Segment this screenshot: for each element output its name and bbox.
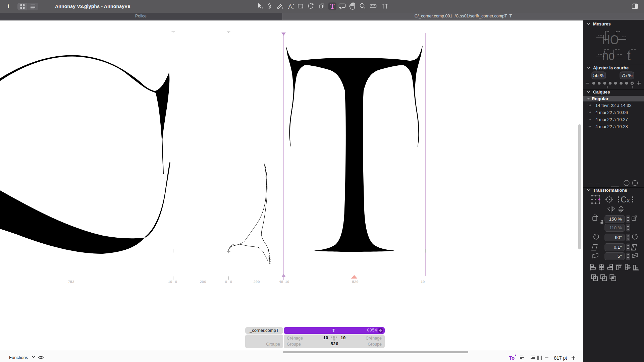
svg-text:Mesures: Mesures	[593, 21, 611, 26]
svg-text:0: 0	[225, 280, 227, 284]
svg-text:x: x	[627, 197, 630, 204]
svg-text:520: 520	[352, 280, 359, 284]
svg-text:150 %: 150 %	[609, 217, 622, 222]
svg-text:4 mai 22 à 10:28: 4 mai 22 à 10:28	[595, 124, 628, 129]
svg-text:Regular: Regular	[592, 96, 609, 101]
svg-text:Ajuster la courbe: Ajuster la courbe	[593, 65, 629, 70]
svg-text:200: 200	[254, 280, 260, 284]
svg-text:200: 200	[200, 280, 206, 284]
svg-text:0: 0	[230, 280, 232, 284]
svg-text:75 %: 75 %	[621, 73, 632, 78]
svg-text:110 %: 110 %	[609, 225, 622, 230]
svg-text:HO: HO	[602, 32, 619, 47]
svg-text:5°: 5°	[618, 254, 622, 259]
svg-text:56 %: 56 %	[593, 73, 604, 78]
svg-text:817 pt: 817 pt	[554, 355, 567, 361]
svg-text:t: t	[627, 48, 631, 63]
svg-text:no: no	[602, 48, 615, 63]
svg-text:0,1°: 0,1°	[614, 245, 622, 250]
svg-text:4 mai 22 à 10:27: 4 mai 22 à 10:27	[595, 117, 628, 122]
svg-text:10: 10	[285, 280, 289, 284]
svg-text:10: 10	[168, 280, 172, 284]
svg-text:T: T	[330, 3, 335, 10]
svg-text:90°: 90°	[615, 235, 622, 240]
svg-text:Transformations: Transformations	[593, 188, 627, 193]
svg-text:48: 48	[279, 280, 283, 284]
svg-text:0: 0	[175, 280, 177, 284]
svg-text:4 mai 22 à 10:06: 4 mai 22 à 10:06	[595, 110, 628, 115]
svg-text:C: C	[621, 195, 627, 204]
svg-text:To: To	[509, 355, 515, 361]
svg-text:753: 753	[68, 280, 74, 284]
svg-text:14 févr. 22 à 14:32: 14 févr. 22 à 14:32	[595, 103, 632, 108]
svg-text:10: 10	[421, 280, 425, 284]
svg-text:Calques: Calques	[593, 89, 610, 95]
svg-text:A: A	[288, 4, 292, 9]
